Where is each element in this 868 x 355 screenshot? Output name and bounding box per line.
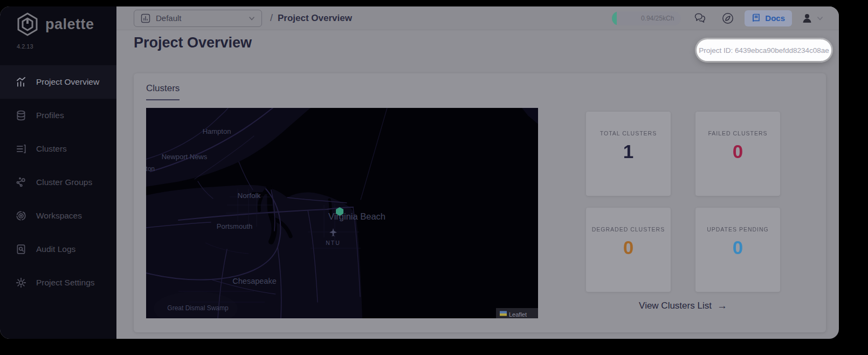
stat-value: 1 [600, 141, 657, 162]
stat-value: 0 [707, 237, 769, 258]
map-label-chesapeake: Chesapeake [232, 277, 276, 285]
arrow-right-icon: → [717, 300, 727, 312]
breadcrumb-separator: / [270, 12, 273, 24]
view-link-text: View Clusters List [639, 301, 712, 311]
brand-logo: palette [0, 6, 116, 37]
airport-code: NTU [326, 240, 341, 246]
stat-value: 0 [592, 237, 665, 258]
sidebar-item-label: Clusters [36, 144, 67, 154]
help-button[interactable] [720, 10, 736, 26]
sidebar-item-label: Audit Logs [36, 244, 75, 254]
sidebar-nav: Project Overview Profiles Clusters [0, 65, 116, 299]
map-label-clipped: llton [146, 165, 155, 173]
sidebar-item-label: Cluster Groups [36, 178, 92, 187]
sidebar-item-label: Workspaces [36, 211, 82, 221]
sidebar-item-cluster-groups[interactable]: Cluster Groups [0, 166, 116, 199]
attribution-text: Leaflet [509, 311, 527, 318]
sidebar-item-audit-logs[interactable]: Audit Logs [0, 233, 116, 266]
usage-badge[interactable]: 0.94/25kCh [612, 11, 681, 25]
project-id-tooltip[interactable]: Project ID: 6439ebca90befdd8234c08ae [697, 39, 831, 61]
breadcrumb[interactable]: / Project Overview [270, 12, 352, 24]
project-selector[interactable]: Default [134, 10, 262, 27]
usage-progress [612, 11, 617, 25]
database-icon [15, 110, 27, 121]
sidebar-item-clusters[interactable]: Clusters [0, 132, 116, 166]
sidebar-item-label: Project Overview [36, 77, 99, 87]
breadcrumb-current: Project Overview [278, 13, 352, 24]
stat-label: FAILED CLUSTERS [708, 130, 767, 136]
sidebar-item-project-settings[interactable]: Project Settings [0, 266, 116, 299]
sidebar-item-project-overview[interactable]: Project Overview [0, 65, 116, 99]
sidebar-item-workspaces[interactable]: Workspaces [0, 199, 116, 233]
docs-label: Docs [765, 13, 785, 23]
app-window: palette 4.2.13 Project Overview Profiles [0, 6, 839, 339]
project-chart-icon [141, 13, 150, 23]
cluster-stats: TOTAL CLUSTERS 1 FAILED CLUSTERS 0 DEGRA… [586, 112, 780, 292]
stat-label: TOTAL CLUSTERS [600, 130, 657, 136]
chart-icon [15, 76, 27, 88]
palette-logo-icon [15, 12, 40, 37]
view-clusters-list-link[interactable]: View Clusters List → [586, 300, 780, 312]
user-menu-button[interactable] [801, 12, 814, 25]
page-title: Project Overview [134, 35, 252, 51]
stat-failed-clusters: FAILED CLUSTERS 0 [695, 112, 780, 196]
stat-label: DEGRADED CLUSTERS [592, 226, 665, 233]
gear-icon [15, 277, 27, 289]
user-menu-caret[interactable] [816, 15, 824, 22]
sidebar-item-label: Profiles [36, 111, 64, 120]
stat-value: 0 [708, 141, 767, 162]
brand-name: palette [45, 16, 94, 33]
orbit-icon [15, 210, 27, 222]
chevron-down-icon [249, 15, 255, 22]
chat-button[interactable] [692, 10, 708, 26]
map-label-portsmouth: Portsmouth [217, 222, 252, 230]
sidebar-item-label: Project Settings [36, 278, 95, 288]
list-icon [15, 143, 27, 155]
topbar-actions: 0.94/25kCh [612, 10, 824, 26]
docs-button[interactable]: Docs [745, 10, 792, 26]
map-label-newport-news: Newport News [162, 153, 208, 161]
map-label-great-dismal-swamp: Great Dismal Swamp [167, 304, 229, 312]
map-canvas: Hampton Newport News llton Norfolk Virgi… [146, 108, 538, 318]
map-label-hampton: Hampton [203, 127, 231, 135]
chevron-down-icon [816, 15, 824, 22]
sidebar-item-profiles[interactable]: Profiles [0, 99, 116, 132]
usage-text: 0.94/25kCh [641, 15, 674, 22]
project-selector-value: Default [156, 13, 182, 23]
network-icon [15, 176, 27, 188]
stat-label: UPDATES PENDING [707, 226, 769, 233]
chat-bubbles-icon [693, 11, 707, 25]
map-label-norfolk: Norfolk [238, 192, 261, 200]
tab-clusters[interactable]: Clusters [146, 83, 180, 100]
clusters-map[interactable]: Hampton Newport News llton Norfolk Virgi… [146, 108, 538, 318]
clusters-panel: Clusters [134, 73, 826, 332]
doc-search-icon [15, 243, 27, 255]
stat-degraded-clusters: DEGRADED CLUSTERS 0 [586, 208, 671, 292]
compass-icon [721, 11, 735, 25]
book-icon [752, 13, 761, 23]
app-version: 4.2.13 [0, 37, 116, 50]
top-bar: Default / Project Overview 0.94/25kCh [116, 6, 839, 30]
sidebar: palette 4.2.13 Project Overview Profiles [0, 6, 116, 339]
user-icon [801, 12, 814, 25]
stat-total-clusters: TOTAL CLUSTERS 1 [586, 112, 671, 196]
stat-updates-pending: UPDATES PENDING 0 [695, 208, 780, 292]
map-attribution[interactable]: Leaflet [496, 308, 538, 318]
flag-icon [500, 311, 507, 314]
